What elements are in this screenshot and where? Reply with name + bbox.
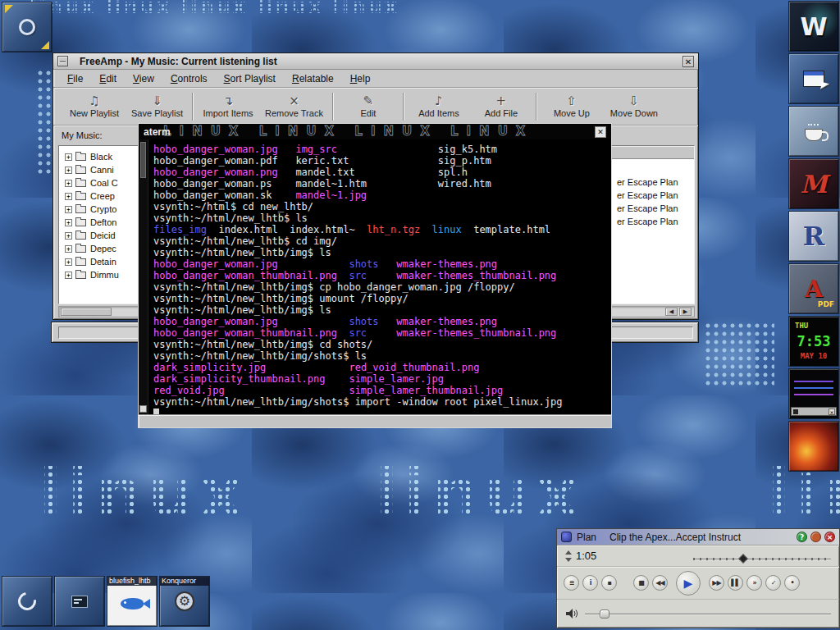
expand-icon[interactable]: + <box>65 180 72 187</box>
menu-sort-playlist[interactable]: Sort Playlist <box>217 71 283 86</box>
dock-clock[interactable]: THU 7:53 MAY 10 <box>788 316 839 367</box>
move-up-button[interactable]: ⇧Move Up <box>546 94 597 118</box>
tree-item-label: Depec <box>90 244 116 253</box>
minimized-konqueror[interactable]: Konqueror ⚙ <box>159 576 210 627</box>
wallpaper-word-linux: linux <box>39 456 249 530</box>
add-items-button[interactable]: ♪Add Items <box>413 94 464 118</box>
move-down-label: Move Down <box>610 108 658 118</box>
move-down-icon: ⇩ <box>629 94 640 108</box>
info-button[interactable]: i <box>582 575 598 591</box>
help-button[interactable]: ? <box>797 532 807 542</box>
seek-slider[interactable] <box>693 555 831 563</box>
prev-button[interactable]: ◀◀ <box>652 575 668 591</box>
freeamp-toolbar: ♫New Playlist⇓Save Playlist↴Import Items… <box>53 88 698 126</box>
expand-icon[interactable]: + <box>65 258 72 266</box>
scrollbar-thumb[interactable] <box>140 142 146 178</box>
terminal-text: src <box>349 327 367 339</box>
add-file-button[interactable]: +Add File <box>476 94 527 118</box>
player-titlebar[interactable]: Plan Clip the Apex...Accept Instruct ?× <box>557 529 839 546</box>
close-icon[interactable]: × <box>829 409 835 415</box>
menu-edit[interactable]: Edit <box>92 71 124 86</box>
terminal-text: lht_n.tgz <box>367 224 420 235</box>
menu-view[interactable]: View <box>126 71 162 86</box>
tree-item-label: Canni <box>90 165 114 175</box>
clip-button[interactable]: ▪ <box>601 575 617 591</box>
time-spinner[interactable] <box>565 550 573 562</box>
import-items-button[interactable]: ↴Import Items <box>203 94 253 118</box>
scroll-right-icon[interactable]: ▶ <box>679 308 692 316</box>
scroll-left-icon[interactable]: ◀ <box>665 308 678 316</box>
scrollbar-thumb[interactable] <box>61 308 112 316</box>
minimized-bluefish[interactable]: bluefish_lhtb <box>107 576 158 627</box>
dock-app-launcher[interactable] <box>788 53 839 104</box>
expand-icon[interactable]: + <box>65 193 72 200</box>
close-icon[interactable]: ✕ <box>682 56 694 67</box>
menu-help[interactable]: Help <box>343 71 378 86</box>
expand-icon[interactable]: + <box>65 245 72 253</box>
pause-button[interactable]: ▌▌ <box>728 575 743 591</box>
expand-icon[interactable]: + <box>65 232 72 240</box>
dock-acrobat[interactable]: A PDF <box>788 263 839 314</box>
record-button[interactable]: • <box>784 575 800 591</box>
wmaker-clip[interactable] <box>2 2 52 52</box>
terminal-text: shots <box>349 258 378 270</box>
save-playlist-button[interactable]: ⇓Save Playlist <box>131 94 183 118</box>
move-up-icon: ⇧ <box>567 94 578 108</box>
expand-icon[interactable]: + <box>65 219 72 226</box>
freeamp-window-title: FreeAmp - My Music: Current listening li… <box>75 56 676 67</box>
transport-controls: ≡i▪■◀◀▶▶▶▌▌»✓• <box>557 567 839 600</box>
freeamp-titlebar[interactable]: FreeAmp - My Music: Current listening li… <box>53 53 698 70</box>
menu-controls[interactable]: Controls <box>163 71 215 86</box>
minimized-app-2[interactable] <box>54 576 105 627</box>
mini-titlebar[interactable]: × <box>791 407 837 416</box>
playlist-button[interactable]: ≡ <box>564 575 579 591</box>
close-button[interactable]: × <box>824 532 835 542</box>
expand-icon[interactable]: + <box>65 206 72 213</box>
volume-thumb[interactable] <box>600 609 609 619</box>
terminal-line: hobo_danger_woman.jpg img_src sig_k5.htm <box>153 144 563 155</box>
folder-icon <box>75 258 86 266</box>
dock-artwork[interactable] <box>788 421 839 472</box>
ffwd-button[interactable]: » <box>746 575 762 591</box>
move-up-label: Move Up <box>554 108 590 118</box>
close-icon[interactable]: ✕ <box>595 126 606 138</box>
remove-track-button[interactable]: ×Remove Track <box>265 94 323 118</box>
terminal-line: files_img index.html index.html~ lht_n.t… <box>153 224 563 235</box>
dock-m-app[interactable]: M <box>788 158 839 209</box>
expand-icon[interactable]: + <box>65 153 72 161</box>
window-menu-icon[interactable] <box>57 56 68 66</box>
add-items-label: Add Items <box>418 108 459 118</box>
check-button[interactable]: ✓ <box>765 575 781 591</box>
spin-up-icon[interactable] <box>565 550 572 555</box>
menu-file[interactable]: File <box>60 71 90 86</box>
remove-track-label: Remove Track <box>265 108 323 118</box>
edit-button[interactable]: ✎Edit <box>343 94 394 118</box>
terminal-text: files_img <box>153 224 207 235</box>
volume-slider[interactable] <box>585 609 831 619</box>
seek-thumb[interactable] <box>738 554 747 563</box>
clock-day: THU <box>795 322 808 330</box>
pdf-label: PDF <box>818 300 834 308</box>
play-button[interactable]: ▶ <box>676 571 701 596</box>
minimized-app-1[interactable] <box>2 576 52 627</box>
dock-right: W M R A PDF THU 7:53 MAY 10 × <box>788 1 839 473</box>
dock-monitor[interactable]: × <box>788 368 839 419</box>
m-logo-icon: M <box>800 170 827 199</box>
dock-realplayer[interactable]: R <box>788 211 839 262</box>
spin-down-icon[interactable] <box>565 558 572 562</box>
dock-windowmaker[interactable]: W <box>788 1 839 52</box>
expand-icon[interactable]: + <box>65 167 72 174</box>
move-down-button[interactable]: ⇩Move Down <box>609 94 660 118</box>
terminal-body[interactable]: hobo_danger_woman.jpg img_src sig_k5.htm… <box>139 139 611 414</box>
new-playlist-button[interactable]: ♫New Playlist <box>69 94 120 118</box>
terminal-scrollbar[interactable] <box>139 139 148 414</box>
dock-coffee-app[interactable] <box>788 106 839 157</box>
terminal-text <box>266 362 349 373</box>
web-button[interactable] <box>810 532 821 542</box>
aterm-titlebar[interactable]: aterm LINUX LINUX LINUX LINUX ✕ <box>139 124 611 139</box>
menu-relatable[interactable]: Relatable <box>285 71 341 86</box>
expand-icon[interactable]: + <box>65 272 72 279</box>
scrollbar-button[interactable] <box>139 405 147 413</box>
stop-button[interactable]: ■ <box>633 575 649 591</box>
next-button[interactable]: ▶▶ <box>709 575 724 591</box>
